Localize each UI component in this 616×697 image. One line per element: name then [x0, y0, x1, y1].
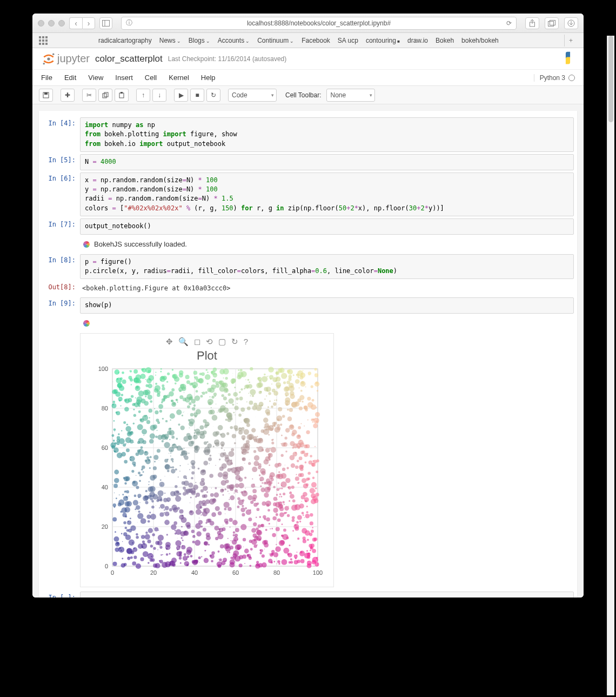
- insert-cell-button[interactable]: ✚: [61, 89, 75, 102]
- svg-point-1614: [207, 424, 209, 426]
- interrupt-button[interactable]: ■: [190, 89, 204, 102]
- downloads-icon[interactable]: [564, 17, 578, 29]
- svg-point-261: [206, 550, 206, 550]
- svg-point-1436: [175, 532, 177, 534]
- forward-button[interactable]: ›: [82, 17, 95, 29]
- code-input[interactable]: show(p): [80, 297, 574, 313]
- svg-point-708: [312, 399, 314, 401]
- menu-kernel[interactable]: Kernel: [169, 74, 189, 82]
- bookmark-facebook[interactable]: Facebook: [302, 37, 330, 44]
- zoom-icon[interactable]: 🔍: [178, 337, 189, 347]
- svg-point-1211: [176, 399, 177, 400]
- zoom-window-icon[interactable]: [58, 20, 65, 26]
- svg-point-607: [257, 502, 259, 505]
- svg-point-269: [203, 378, 204, 379]
- bookmarks-bar: radicalcartographyNews⌄Blogs⌄Accounts⌄Co…: [32, 33, 584, 48]
- cell[interactable]: In [7]:output_notebook(): [42, 218, 574, 234]
- new-tab-button[interactable]: +: [564, 35, 577, 47]
- run-button[interactable]: ▶: [174, 89, 188, 102]
- svg-point-813: [200, 506, 203, 509]
- site-info-icon[interactable]: ⓘ: [126, 18, 132, 28]
- svg-point-918: [287, 369, 293, 374]
- move-down-button[interactable]: ↓: [152, 89, 166, 102]
- svg-point-1641: [192, 541, 195, 543]
- paste-button[interactable]: [115, 89, 129, 102]
- svg-point-466: [228, 393, 231, 396]
- svg-point-1555: [179, 556, 182, 559]
- reset-icon[interactable]: ↻: [231, 337, 238, 347]
- cell[interactable]: In [8]:p = figure() p.circle(x, y, radiu…: [42, 254, 574, 280]
- code-input[interactable]: N = 4000: [80, 154, 574, 170]
- code-input[interactable]: import numpy as np from bokeh.plotting i…: [80, 117, 574, 152]
- save-button[interactable]: [39, 89, 53, 102]
- copy-button[interactable]: [98, 89, 112, 102]
- cell[interactable]: In [4]:import numpy as np from bokeh.plo…: [42, 117, 574, 152]
- celltoolbar-select[interactable]: None: [326, 89, 375, 102]
- cell[interactable]: In [9]:show(p): [42, 297, 574, 313]
- bookmark-blogs[interactable]: Blogs⌄: [189, 37, 210, 44]
- back-button[interactable]: ‹: [69, 17, 82, 29]
- bookmark-draw-io[interactable]: draw.io: [407, 37, 428, 44]
- bookmark-bokeh-bokeh[interactable]: bokeh/bokeh: [461, 37, 499, 44]
- save-icon[interactable]: ▢: [218, 337, 226, 347]
- bookmark-continuum[interactable]: Continuum⌄: [257, 37, 294, 44]
- box-zoom-icon[interactable]: ◻: [194, 337, 200, 347]
- svg-point-990: [303, 370, 304, 371]
- reload-icon[interactable]: ⟳: [506, 19, 512, 27]
- bookmark-accounts[interactable]: Accounts⌄: [218, 37, 250, 44]
- close-window-icon[interactable]: [38, 20, 44, 26]
- svg-point-1521: [272, 377, 277, 382]
- svg-point-1364: [230, 468, 232, 470]
- svg-point-1162: [259, 402, 264, 407]
- svg-point-691: [232, 376, 233, 376]
- celltype-select[interactable]: Code: [228, 89, 277, 102]
- svg-point-159: [170, 453, 171, 454]
- cell[interactable]: In [5]:N = 4000: [42, 154, 574, 170]
- bookmark-bokeh[interactable]: Bokeh: [436, 37, 454, 44]
- bookmark-contouring[interactable]: contouring ■: [366, 37, 400, 44]
- bookmark-news[interactable]: News⌄: [159, 37, 181, 44]
- menu-file[interactable]: File: [41, 74, 52, 82]
- svg-point-1079: [191, 460, 196, 464]
- jupyter-logo[interactable]: jupyter: [41, 51, 90, 67]
- minimize-window-icon[interactable]: [48, 20, 55, 26]
- svg-point-1557: [230, 526, 231, 527]
- move-up-button[interactable]: ↑: [136, 89, 150, 102]
- cell[interactable]: In [ ]:: [42, 592, 574, 598]
- svg-point-113: [306, 550, 308, 552]
- cell[interactable]: In [6]:x = np.random.random(size=N) * 10…: [42, 172, 574, 217]
- notebook-area[interactable]: In [4]:import numpy as np from bokeh.plo…: [32, 104, 584, 598]
- cut-button[interactable]: ✂: [82, 89, 96, 102]
- bokeh-plot[interactable]: ✥🔍◻⟲▢↻?Plot020406080100020406080100: [80, 333, 334, 587]
- kernel-indicator[interactable]: Python 3: [534, 74, 575, 82]
- menu-cell[interactable]: Cell: [145, 74, 157, 82]
- pan-icon[interactable]: ✥: [166, 337, 173, 347]
- svg-point-805: [172, 466, 174, 468]
- menu-help[interactable]: Help: [201, 74, 216, 82]
- svg-point-1613: [189, 396, 192, 400]
- bookmark-radicalcartography[interactable]: radicalcartography: [98, 37, 152, 44]
- svg-point-958: [235, 428, 238, 431]
- svg-point-614: [289, 545, 290, 546]
- svg-point-163: [114, 536, 119, 542]
- menu-view[interactable]: View: [88, 74, 103, 82]
- code-input[interactable]: [80, 592, 574, 598]
- restart-button[interactable]: ↻: [206, 89, 220, 102]
- svg-point-646: [225, 521, 229, 525]
- code-input[interactable]: p = figure() p.circle(x, y, radius=radii…: [80, 254, 574, 280]
- svg-point-1577: [165, 512, 170, 516]
- wheel-zoom-icon[interactable]: ⟲: [206, 337, 213, 347]
- sidebar-toggle-icon[interactable]: [99, 17, 112, 29]
- share-icon[interactable]: [525, 17, 539, 29]
- apps-grid-icon[interactable]: [39, 36, 48, 45]
- menu-edit[interactable]: Edit: [64, 74, 76, 82]
- bookmark-sa-ucp[interactable]: SA ucp: [338, 37, 358, 44]
- tabs-icon[interactable]: [545, 17, 559, 29]
- notebook-name[interactable]: color_scatterplot: [95, 54, 163, 64]
- svg-point-621: [164, 442, 170, 448]
- menu-insert[interactable]: Insert: [115, 74, 133, 82]
- help-icon[interactable]: ?: [244, 337, 248, 347]
- code-input[interactable]: x = np.random.random(size=N) * 100 y = n…: [80, 172, 574, 217]
- url-bar[interactable]: ⓘ localhost:8888/notebooks/color_scatter…: [121, 17, 517, 30]
- code-input[interactable]: output_notebook(): [80, 218, 574, 234]
